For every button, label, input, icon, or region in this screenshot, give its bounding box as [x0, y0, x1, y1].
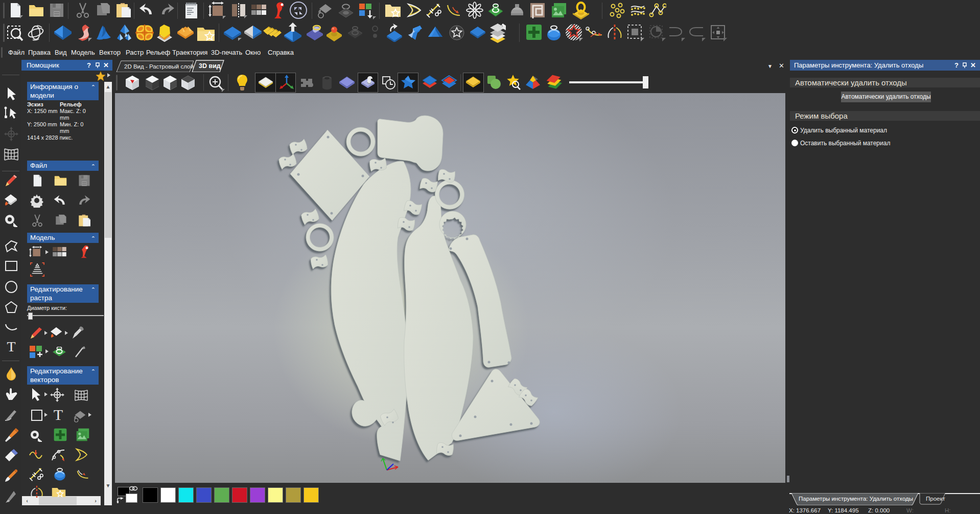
svg-text:T: T — [7, 340, 15, 354]
svg-text:T: T — [54, 407, 63, 422]
